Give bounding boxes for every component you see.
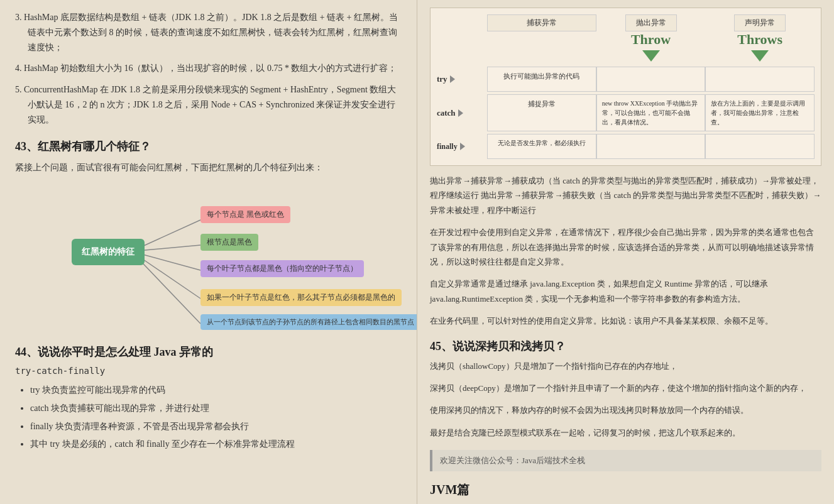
bullet-list: try 块负责监控可能出现异常的代码 catch 块负责捕获可能出现的异常，并进…	[15, 382, 402, 452]
finally-arrow-icon	[460, 143, 465, 150]
exception-diagram: 捕获异常 抛出异常 Throw 声明异常 Throws try 执行可能抛出异常…	[430, 8, 821, 166]
row-catch-label: catch	[437, 94, 487, 131]
bullet-4: 其中 try 块是必须的，catch 和 finally 至少存在一个标准异常处…	[30, 436, 402, 453]
finally-col1: 无论是否发生异常，都必须执行	[487, 134, 596, 159]
mindmap-center: 红黑树的特征	[72, 239, 145, 265]
header-throw: 抛出异常	[625, 14, 677, 31]
section43-intro: 紧接上个问题，面试官很有可能会问红黑树，下面把红黑树的几个特征列出来：	[15, 160, 402, 175]
notice-text: 欢迎关注微信公众号：Java后端技术全栈	[440, 456, 585, 465]
branch-3: 每个叶子节点都是黑色（指向空的叶子节点）	[200, 260, 364, 277]
header-catch: 捕获异常	[487, 14, 596, 31]
branch-4: 如果一个叶子节点是红色，那么其子节点必须都是黑色的	[200, 289, 402, 306]
section44-code: try-catch-finally	[15, 366, 402, 376]
tip-text: 最好是结合克隆已经原型模式联系在一起哈，记得复习的时候，把这几个联系起来的。	[430, 425, 821, 440]
section44-title: 44、说说你平时是怎么处理 Java 异常的	[15, 344, 402, 359]
para1: 在开发过程中会使用到自定义异常，在通常情况下，程序很少会自己抛出异常，因为异常的…	[430, 225, 821, 269]
section45-title: 45、说说深拷贝和浅拷贝？	[430, 339, 821, 354]
catch-col1: 捕捉异常	[487, 94, 596, 131]
list-item-3: 3. HashMap 底层数据结构是数组 + 链表（JDK 1.8 之前）。JD…	[15, 10, 402, 55]
branch-1: 每个节点是 黑色或红色	[200, 206, 290, 223]
deep-text: 深拷贝（deepCopy）是增加了一个指针并且申请了一个新的内存，使这个增加的指…	[430, 381, 821, 395]
catch-col3: 放在方法上面的，主要是提示调用者，我可能会抛出异常，注意检查。	[705, 94, 815, 131]
use-text: 使用深拷贝的情况下，释放内存的时候不会因为出现浅拷贝时释放放同一个内存的错误。	[430, 403, 821, 417]
bullet-3: finally 块负责清理各种资源，不管是否出现异常都会执行	[30, 419, 402, 436]
bullet-1: try 块负责监控可能出现异常的代码	[30, 382, 402, 399]
try-col3	[705, 67, 815, 92]
finally-col2	[596, 134, 706, 159]
section43-title: 43、红黑树有哪几个特征？	[15, 139, 402, 154]
try-col2	[596, 67, 706, 92]
bullet-2: catch 块负责捕获可能出现的异常，并进行处理	[30, 400, 402, 417]
throw-arrow	[642, 50, 660, 62]
throws-title: Throws	[737, 31, 782, 48]
left-panel: 3. HashMap 底层数据结构是数组 + 链表（JDK 1.8 之前）。JD…	[0, 0, 417, 504]
try-col1: 执行可能抛出异常的代码	[487, 67, 596, 92]
para3: 在业务代码里，可以针对性的使用自定义异常。比如说：该用户不具备某某权限、余额不足…	[430, 314, 821, 328]
jvm-title: JVM篇	[430, 481, 821, 498]
branch-5: 从一个节点到该节点的子孙节点的所有路径上包含相同数目的黑节点	[200, 314, 417, 330]
catch-col2: new throw XXException 手动抛出异常，可以合抛出，也可能不会…	[596, 94, 706, 131]
right-panel: 捕获异常 抛出异常 Throw 声明异常 Throws try 执行可能抛出异常…	[417, 0, 834, 504]
header-throws: 声明异常	[734, 14, 786, 31]
row-finally-label: finally	[437, 134, 487, 159]
try-arrow-icon	[450, 75, 455, 83]
para2: 自定义异常通常是通过继承 java.lang.Exception 类，如果想自定…	[430, 277, 821, 306]
notice-bar: 欢迎关注微信公众号：Java后端技术全栈	[430, 450, 821, 471]
shallow-text: 浅拷贝（shallowCopy）只是增加了一个指针指向已存在的内存地址，	[430, 359, 821, 373]
mindmap-container: 红黑树的特征 每个节点是 黑色或红色 根节点是黑色 每个叶子节点都是黑色（指向空…	[15, 182, 402, 333]
throw-title: Throw	[631, 31, 671, 48]
hashmap-list: 3. HashMap 底层数据结构是数组 + 链表（JDK 1.8 之前）。JD…	[15, 10, 402, 128]
list-item-4: 4. HashMap 初始数组大小为 16（默认），当出现扩容的时候，以 0.7…	[15, 61, 402, 76]
branch-2: 根节点是黑色	[200, 234, 258, 251]
finally-col3	[705, 134, 815, 159]
row-try-label: try	[437, 67, 487, 92]
flow-text: 抛出异常→捕获异常→捕获成功（当 catch 的异常类型与抛出的异常类型匹配时，…	[430, 173, 821, 217]
catch-arrow-icon	[458, 109, 463, 117]
list-item-5: 5. ConcurrentHashMap 在 JDK 1.8 之前是采用分段锁来…	[15, 82, 402, 127]
throws-arrow	[751, 50, 769, 62]
